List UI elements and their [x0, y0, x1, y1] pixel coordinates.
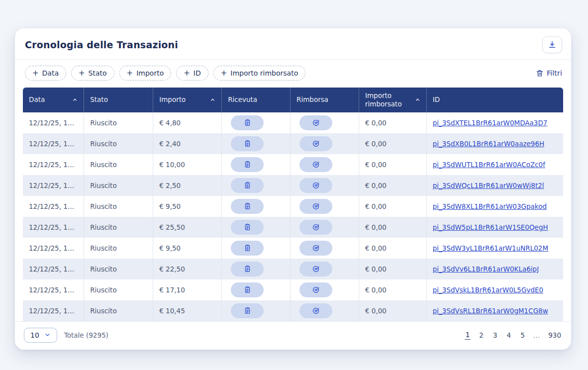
cell-status: Riuscito [84, 175, 153, 196]
cell-id: pi_3SdVsRL1BrR61arW0gM1CG8w [426, 300, 563, 321]
receipt-button[interactable] [231, 303, 264, 318]
cell-date: 12/12/25, 15:18 [23, 133, 84, 154]
page-number-2[interactable]: 2 [478, 331, 485, 340]
refund-button[interactable] [299, 157, 332, 172]
transactions-table: Data Stato Importo Ricevuta [23, 88, 563, 321]
table-row: 12/12/25, 14:07 Riuscito € 9,50 [23, 238, 563, 259]
sort-caret-icon [210, 97, 215, 102]
cell-refunded-amount: € 0,00 [359, 217, 426, 238]
transaction-id-link[interactable]: pi_3SdW8XL1BrR61arW03Gpakod [433, 202, 547, 210]
filter-chip-data[interactable]: + Data [25, 66, 66, 81]
receipt-button[interactable] [231, 115, 264, 130]
receipt-icon [244, 182, 251, 189]
transaction-id-link[interactable]: pi_3SdXTEL1BrR61arW0MDAa3D7 [433, 119, 548, 127]
receipt-button[interactable] [231, 157, 264, 172]
page-number-5[interactable]: 5 [519, 331, 526, 340]
refund-button[interactable] [299, 303, 332, 318]
cell-receipt [222, 112, 291, 133]
page-number-4[interactable]: 4 [506, 331, 512, 340]
receipt-button[interactable] [231, 282, 264, 297]
column-header-data[interactable]: Data [23, 88, 84, 112]
transaction-id-link[interactable]: pi_3SdW5pL1BrR61arW1SE0QegH [433, 223, 548, 231]
refund-icon [312, 161, 320, 169]
filter-chip-label: Stato [89, 69, 107, 77]
cell-status: Riuscito [84, 154, 153, 175]
transactions-table-wrap: Data Stato Importo Ricevuta [15, 87, 571, 321]
refund-icon [312, 119, 320, 127]
refund-button[interactable] [299, 115, 332, 130]
transaction-id-link[interactable]: pi_3SdVsRL1BrR61arW0gM1CG8w [433, 307, 548, 315]
cell-amount: € 2,40 [153, 133, 222, 154]
filter-chip-label: ID [194, 69, 201, 77]
cell-amount: € 10,45 [153, 300, 222, 321]
table-row: 12/12/25, 15:18 Riuscito € 2,40 [23, 133, 563, 154]
pagination-ellipsis: … [533, 331, 540, 339]
cell-refund [291, 175, 359, 196]
cell-receipt [222, 133, 291, 154]
cell-receipt [222, 259, 291, 279]
download-button[interactable] [542, 36, 562, 53]
refund-icon [312, 182, 320, 189]
cell-date: 12/12/25, 13:58 [23, 259, 84, 279]
cell-amount: € 9,50 [153, 238, 222, 259]
table-row: 12/12/25, 14:30 Riuscito € 2,50 [23, 175, 563, 196]
clear-filters-button[interactable]: Filtri [536, 69, 562, 77]
transaction-id-link[interactable]: pi_3SdWUTL1BrR61arW0ACoZc0f [433, 161, 545, 169]
table-row: 12/12/25, 14:34 Riuscito € 10,00 [23, 154, 563, 175]
column-header-importo-rimborsato[interactable]: Importo rimborsato [359, 88, 426, 112]
filter-chip-id[interactable]: + ID [176, 66, 208, 81]
cell-id: pi_3SdW5pL1BrR61arW1SE0QegH [426, 217, 563, 238]
page-number-1[interactable]: 1 [465, 330, 471, 340]
refund-button[interactable] [299, 199, 332, 214]
cell-status: Riuscito [84, 259, 153, 279]
page-number-last[interactable]: 930 [547, 331, 562, 340]
transaction-id-link[interactable]: pi_3SdXB0L1BrR61arW0aaze96H [433, 140, 544, 148]
receipt-button[interactable] [231, 136, 264, 151]
clear-filters-label: Filtri [547, 69, 562, 77]
refund-button[interactable] [299, 262, 332, 277]
refund-button[interactable] [299, 136, 332, 151]
receipt-button[interactable] [231, 241, 264, 256]
refund-button[interactable] [299, 220, 332, 235]
transaction-id-link[interactable]: pi_3SdVv6L1BrR61arW0KLa6ipJ [433, 265, 539, 273]
transaction-id-link[interactable]: pi_3SdVskL1BrR61arW0L5GvdE0 [433, 286, 543, 294]
column-header-importo[interactable]: Importo [153, 88, 222, 112]
transaction-id-link[interactable]: pi_3SdWQcL1BrR61arW0wWj8t2l [433, 182, 544, 189]
refund-button[interactable] [299, 282, 332, 297]
table-row: 12/12/25, 13:58 Riuscito € 22,50 [23, 259, 563, 279]
filter-chip-importo-rimborsato[interactable]: + Importo rimborsato [213, 66, 305, 81]
total-label: Totale (9295) [64, 331, 108, 339]
cell-refunded-amount: € 0,00 [359, 112, 426, 133]
cell-date: 12/12/25, 13:55 [23, 279, 84, 300]
refund-button[interactable] [299, 241, 332, 256]
cell-refund [291, 133, 359, 154]
receipt-icon [244, 265, 251, 273]
receipt-button[interactable] [231, 262, 264, 277]
receipt-icon [244, 307, 251, 314]
receipt-icon [244, 244, 251, 252]
cell-amount: € 10,00 [153, 154, 222, 175]
column-header-ricevuta: Ricevuta [222, 88, 291, 112]
page-number-3[interactable]: 3 [492, 331, 498, 340]
table-row: 12/12/25, 13:55 Riuscito € 17,10 [23, 279, 563, 300]
table-row: 12/12/25, 13:55 Riuscito € 10,45 [23, 300, 563, 321]
transaction-id-link[interactable]: pi_3SdW3yL1BrR61arW1uNRL02M [433, 244, 548, 252]
page-size-select[interactable]: 10 [24, 328, 57, 343]
refund-icon [312, 223, 320, 231]
refund-button[interactable] [299, 178, 332, 193]
cell-refunded-amount: € 0,00 [359, 196, 426, 217]
cell-refund [291, 259, 359, 279]
cell-receipt [222, 217, 291, 238]
receipt-button[interactable] [231, 220, 264, 235]
receipt-button[interactable] [231, 178, 264, 193]
cell-amount: € 2,50 [153, 175, 222, 196]
plus-icon: + [79, 69, 85, 78]
cell-id: pi_3SdW3yL1BrR61arW1uNRL02M [426, 238, 563, 259]
receipt-button[interactable] [231, 199, 264, 214]
table-header-row: Data Stato Importo Ricevuta [23, 88, 563, 112]
filter-chip-stato[interactable]: + Stato [71, 66, 114, 81]
cell-id: pi_3SdXTEL1BrR61arW0MDAa3D7 [426, 112, 563, 133]
filter-chip-importo[interactable]: + Importo [119, 66, 172, 81]
plus-icon: + [127, 69, 133, 78]
receipt-icon [244, 286, 251, 293]
